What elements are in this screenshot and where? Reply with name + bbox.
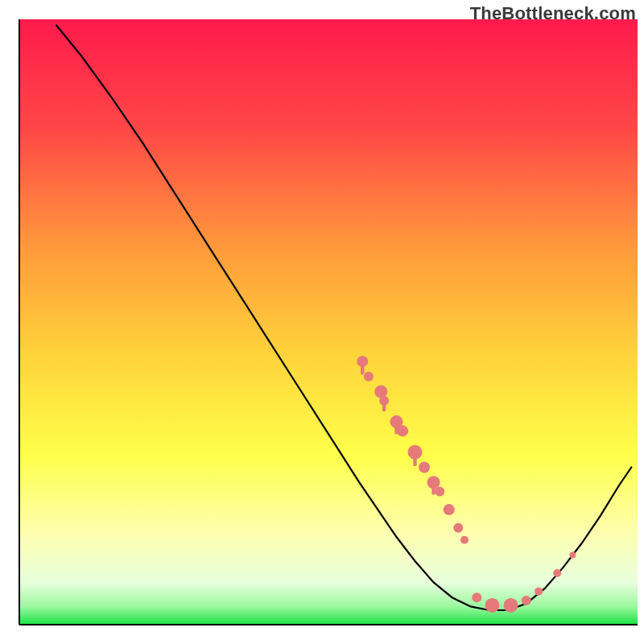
marker-dot bbox=[460, 536, 469, 544]
bottleneck-chart bbox=[0, 0, 644, 644]
marker-dot bbox=[397, 425, 408, 436]
marker-dot bbox=[569, 552, 576, 559]
marker-dot bbox=[504, 598, 518, 613]
marker-dot bbox=[522, 596, 531, 605]
marker-dot bbox=[444, 504, 455, 515]
marker-dot bbox=[453, 523, 463, 533]
marker-dot bbox=[408, 445, 423, 460]
marker-dot bbox=[472, 592, 481, 602]
marker-dot bbox=[357, 356, 368, 367]
plot-background bbox=[19, 19, 638, 625]
marker-dot bbox=[485, 598, 500, 613]
marker-dot bbox=[379, 396, 389, 406]
marker-dot bbox=[419, 461, 430, 473]
watermark-label: TheBottleneck.com bbox=[470, 3, 636, 24]
marker-dot bbox=[553, 569, 561, 577]
chart-container: TheBottleneck.com bbox=[0, 0, 644, 644]
marker-dot bbox=[435, 487, 444, 497]
marker-dot bbox=[364, 372, 374, 382]
marker-dot bbox=[535, 588, 543, 596]
marker-dot bbox=[427, 476, 440, 489]
